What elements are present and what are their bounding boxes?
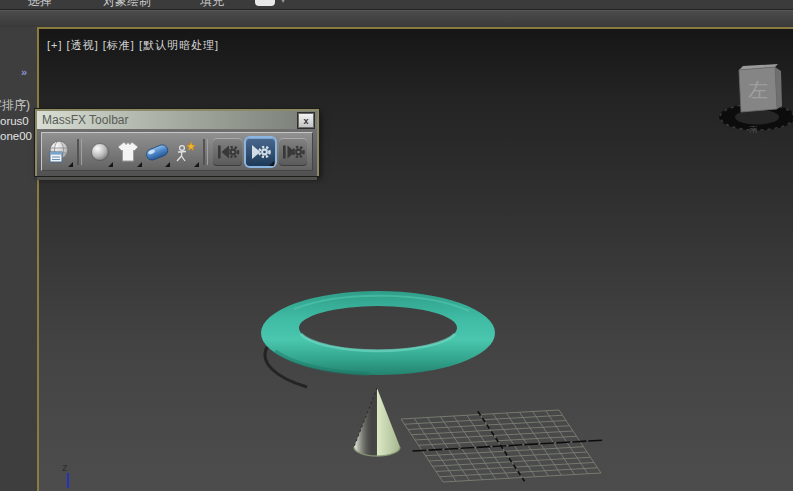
separator [77, 139, 83, 165]
world-parameters-button[interactable] [45, 137, 74, 167]
massfx-toolbody [37, 129, 317, 180]
cone-object[interactable] [354, 388, 400, 456]
reset-simulation-button[interactable] [213, 138, 242, 166]
massfx-toolbar-window[interactable]: MassFX Toolbar x [35, 109, 319, 176]
flyout-corner [165, 162, 170, 167]
axis-z-label: z [62, 461, 68, 473]
tab-populate[interactable]: 填充 [200, 0, 224, 8]
reset-simulation-icon [216, 143, 240, 161]
chevron-down-icon[interactable]: ▾ [281, 0, 285, 5]
flyout-corner [269, 161, 274, 166]
list-item-cone[interactable]: one00 [0, 130, 32, 142]
home-grid [389, 406, 625, 487]
viewcube[interactable]: 左 南 [715, 57, 793, 137]
scene-3d: z [39, 29, 793, 490]
star-icon [187, 142, 196, 150]
ribbon-tab-bar: 选择 对象绘制 填充 ▾ [0, 0, 793, 10]
constraint-capsule-icon [143, 140, 171, 164]
sort-header-label: 字排序) [0, 97, 30, 114]
rigid-body-sphere-icon [88, 140, 112, 164]
play-simulation-icon [248, 143, 272, 161]
start-simulation-button[interactable] [246, 138, 275, 166]
separator [203, 139, 209, 165]
massfx-title: MassFX Toolbar [37, 111, 128, 129]
massfx-titlebar[interactable]: MassFX Toolbar x [37, 111, 317, 129]
list-item-torus[interactable]: orus0 [0, 115, 29, 127]
world-axis-gizmo: z [62, 461, 68, 488]
expand-chevron-icon[interactable]: » [21, 66, 27, 78]
tab-select[interactable]: 选择 [28, 0, 52, 8]
massfx-toolstrip [41, 132, 313, 171]
close-button[interactable]: x [298, 113, 314, 128]
compass-label[interactable]: 南 [749, 125, 758, 134]
application-window: 选择 对象绘制 填充 ▾ » 字排序) orus0 one00 [+] [透视]… [0, 0, 793, 491]
ribbon-tool-icon[interactable] [255, 0, 275, 6]
flyout-corner [108, 162, 113, 167]
step-simulation-icon [281, 143, 305, 161]
flyout-corner [68, 162, 73, 167]
viewcube-face-label[interactable]: 左 [748, 79, 768, 101]
step-simulation-button[interactable] [279, 138, 308, 166]
ragdoll-button[interactable] [171, 137, 200, 167]
flyout-corner [194, 162, 199, 167]
viewport[interactable]: [+] [透视] [标准] [默认明暗处理] [37, 27, 793, 491]
mcloth-shirt-icon [115, 140, 141, 164]
torus-object[interactable] [261, 291, 495, 387]
rigid-body-button[interactable] [85, 137, 114, 167]
tab-object-paint[interactable]: 对象绘制 [103, 0, 151, 8]
mcloth-button[interactable] [114, 137, 143, 167]
constraint-button[interactable] [143, 137, 172, 167]
scene-explorer-panel: » 字排序) orus0 one00 [0, 27, 38, 491]
flyout-corner [137, 162, 142, 167]
